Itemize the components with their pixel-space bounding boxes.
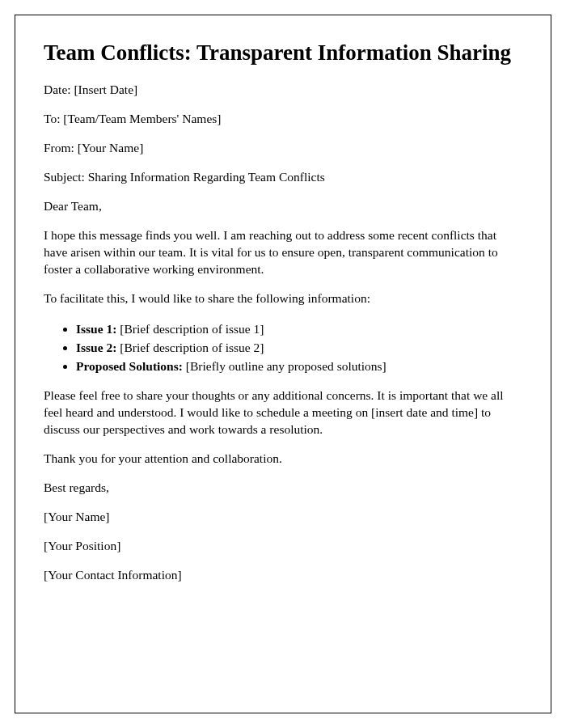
document-frame: Team Conflicts: Transparent Information …: [15, 15, 551, 713]
closing-paragraph: Please feel free to share your thoughts …: [44, 387, 522, 438]
date-line: Date: [Insert Date]: [44, 82, 522, 99]
signoff-name: [Your Name]: [44, 509, 522, 526]
issue1-value: [Brief description of issue 1]: [120, 322, 264, 336]
signoff-regards: Best regards,: [44, 480, 522, 497]
subject-label: Subject:: [44, 170, 88, 184]
date-label: Date:: [44, 83, 74, 96]
to-label: To:: [44, 112, 63, 125]
list-item-solutions: Proposed Solutions: [Briefly outline any…: [76, 357, 522, 375]
list-item-issue2: Issue 2: [Brief description of issue 2]: [76, 338, 522, 357]
issues-list: Issue 1: [Brief description of issue 1] …: [76, 320, 522, 376]
thanks-line: Thank you for your attention and collabo…: [44, 451, 522, 468]
solutions-value: [Briefly outline any proposed solutions]: [186, 359, 386, 373]
subject-line: Subject: Sharing Information Regarding T…: [44, 169, 522, 186]
document-title: Team Conflicts: Transparent Information …: [44, 40, 522, 66]
to-line: To: [Team/Team Members' Names]: [44, 111, 522, 128]
signoff-contact: [Your Contact Information]: [44, 567, 522, 584]
issue2-label: Issue 2:: [76, 341, 120, 354]
to-value: [Team/Team Members' Names]: [63, 112, 221, 125]
from-value: [Your Name]: [78, 141, 144, 154]
salutation: Dear Team,: [44, 198, 522, 215]
from-label: From:: [44, 141, 78, 154]
from-line: From: [Your Name]: [44, 140, 522, 157]
solutions-label: Proposed Solutions:: [76, 359, 186, 373]
intro-paragraph: I hope this message finds you well. I am…: [44, 227, 522, 278]
subject-value: Sharing Information Regarding Team Confl…: [88, 170, 325, 184]
issue2-value: [Brief description of issue 2]: [120, 341, 264, 354]
list-item-issue1: Issue 1: [Brief description of issue 1]: [76, 320, 522, 338]
signoff-position: [Your Position]: [44, 538, 522, 555]
list-intro: To facilitate this, I would like to shar…: [44, 290, 522, 307]
date-value: [Insert Date]: [74, 83, 137, 96]
issue1-label: Issue 1:: [76, 322, 120, 336]
